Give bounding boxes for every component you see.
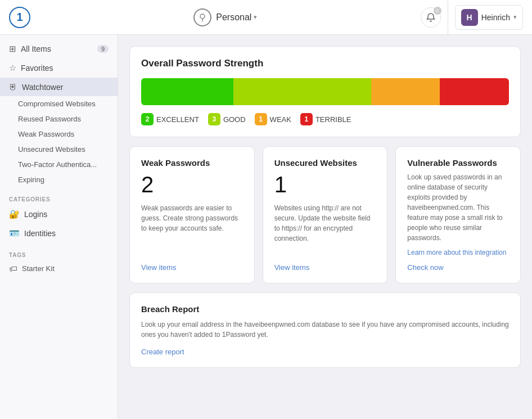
weak-passwords-label: Weak Passwords [18,130,74,138]
unsecured-websites-label: Unsecured Websites [18,145,85,154]
topbar-center[interactable]: Personal ▾ [193,8,257,26]
legend-label-excellent: EXCELLENT [156,115,199,124]
tags-section-label: TAGS [0,245,118,260]
legend-good: 3 GOOD [208,113,246,125]
user-menu-chevron: ▾ [513,13,517,21]
strength-legend: 2 EXCELLENT 3 GOOD 1 WEAK 1 TERRIBLE [141,113,509,125]
user-menu-button[interactable]: H Heinrich ▾ [455,5,523,30]
strength-seg-excellent [141,78,233,105]
all-items-badge: 9 [97,45,109,53]
legend-weak: 1 WEAK [255,113,291,125]
vault-selector[interactable]: Personal ▾ [216,12,257,22]
unsecured-websites-card: Unsecured Websites 1 Websites using http… [263,146,388,283]
app-logo-icon: 1 [16,11,22,24]
weak-passwords-card-title: Weak Passwords [141,158,243,168]
create-report-link[interactable]: Create report [141,348,509,356]
legend-badge-good: 3 [208,113,220,125]
legend-badge-weak: 1 [255,113,267,125]
unsecured-websites-desc: Websites using http:// are not secure. U… [274,203,376,254]
sidebar-sub-expiring[interactable]: Expiring [0,172,118,187]
sidebar-item-all-items[interactable]: ⊞ All Items 9 [0,39,118,58]
legend-badge-terrible: 1 [300,113,313,125]
vault-icon [193,8,211,26]
sidebar-main-section: ⊞ All Items 9 ☆ Favorites ⛨ Watchtower C… [0,39,118,187]
identities-label: Identities [24,229,109,238]
watchtower-icon: ⛨ [9,82,17,92]
legend-terrible: 1 TERRIBLE [300,113,351,125]
sidebar-sub-two-factor[interactable]: Two-Factor Authentica... [0,157,118,172]
strength-seg-weak [371,78,440,105]
sidebar-sub-compromised-websites[interactable]: Compromised Websites [0,96,118,111]
info-cards-row: Weak Passwords 2 Weak passwords are easi… [129,146,521,283]
topbar-right: 0 H Heinrich ▾ [421,0,523,35]
watchtower-label: Watchtower [22,83,109,92]
sidebar-sub-unsecured-websites[interactable]: Unsecured Websites [0,142,118,157]
sidebar-item-identities[interactable]: 🪪 Identities [0,224,118,243]
legend-excellent: 2 EXCELLENT [141,113,199,125]
reused-passwords-label: Reused Passwords [18,115,81,123]
vault-name-label: Personal [216,12,251,22]
sidebar: ⊞ All Items 9 ☆ Favorites ⛨ Watchtower C… [0,35,118,419]
expiring-label: Expiring [18,175,44,184]
unsecured-websites-view-items[interactable]: View items [274,263,376,272]
sidebar-item-watchtower[interactable]: ⛨ Watchtower [0,78,118,96]
logins-label: Logins [24,210,109,219]
grid-icon: ⊞ [9,44,16,54]
notifications-button[interactable]: 0 [421,7,441,28]
legend-label-terrible: TERRIBLE [315,115,351,124]
svg-point-0 [200,14,205,19]
sidebar-tag-starter-kit[interactable]: 🏷 Starter Kit [0,260,118,277]
sidebar-sub-reused-passwords[interactable]: Reused Passwords [0,111,118,127]
sidebar-sub-weak-passwords[interactable]: Weak Passwords [0,127,118,142]
star-icon: ☆ [9,63,16,73]
main-content: Overall Password Strength 2 EXCELLENT 3 … [118,35,532,419]
favorites-label: Favorites [21,64,109,73]
check-now-link[interactable]: Check now [407,263,509,272]
unsecured-websites-count: 1 [274,172,376,197]
legend-badge-excellent: 2 [141,113,154,125]
sidebar-categories-section: CATEGORIES 🔐 Logins 🪪 Identities [0,190,118,243]
compromised-websites-label: Compromised Websites [18,100,96,108]
breach-report-title: Breach Report [141,304,509,314]
vulnerable-passwords-card: Vulnerable Passwords Look up saved passw… [395,146,521,283]
identities-icon: 🪪 [9,228,20,238]
logins-icon: 🔐 [9,209,20,219]
two-factor-label: Two-Factor Authentica... [18,160,97,169]
strength-card: Overall Password Strength 2 EXCELLENT 3 … [129,46,521,137]
categories-section-label: CATEGORIES [0,190,118,205]
user-avatar: H [461,9,478,26]
vulnerable-passwords-card-title: Vulnerable Passwords [407,158,509,168]
topbar-divider [448,0,448,35]
weak-passwords-view-items[interactable]: View items [141,263,243,272]
breach-report-card: Breach Report Look up your email address… [129,292,521,368]
strength-card-title: Overall Password Strength [141,58,509,69]
starter-kit-label: Starter Kit [22,264,55,273]
vulnerable-passwords-desc: Look up saved passwords in an online dat… [407,172,509,243]
all-items-label: All Items [21,44,93,53]
topbar-left: 1 [9,7,30,28]
strength-seg-good [233,78,371,105]
notifications-badge: 0 [434,7,441,15]
strength-bar [141,78,509,105]
breach-report-desc: Look up your email address in the haveib… [141,319,509,340]
tag-icon: 🏷 [9,264,17,273]
main-layout: ⊞ All Items 9 ☆ Favorites ⛨ Watchtower C… [0,35,532,419]
weak-passwords-card: Weak Passwords 2 Weak passwords are easi… [129,146,255,283]
weak-passwords-count: 2 [141,172,243,197]
topbar: 1 Personal ▾ 0 H Heinrich ▾ [0,0,532,35]
sidebar-item-logins[interactable]: 🔐 Logins [0,205,118,224]
sidebar-tags-section: TAGS 🏷 Starter Kit [0,245,118,277]
user-name-label: Heinrich [481,13,510,22]
learn-more-link[interactable]: Learn more about this integration [407,247,509,258]
strength-seg-terrible [440,78,509,105]
vault-chevron: ▾ [254,13,257,21]
sidebar-item-favorites[interactable]: ☆ Favorites [0,58,118,78]
app-logo: 1 [9,7,30,28]
legend-label-weak: WEAK [270,115,291,124]
weak-passwords-desc: Weak passwords are easier to guess. Crea… [141,203,243,254]
unsecured-websites-card-title: Unsecured Websites [274,158,376,168]
legend-label-good: GOOD [223,115,246,124]
